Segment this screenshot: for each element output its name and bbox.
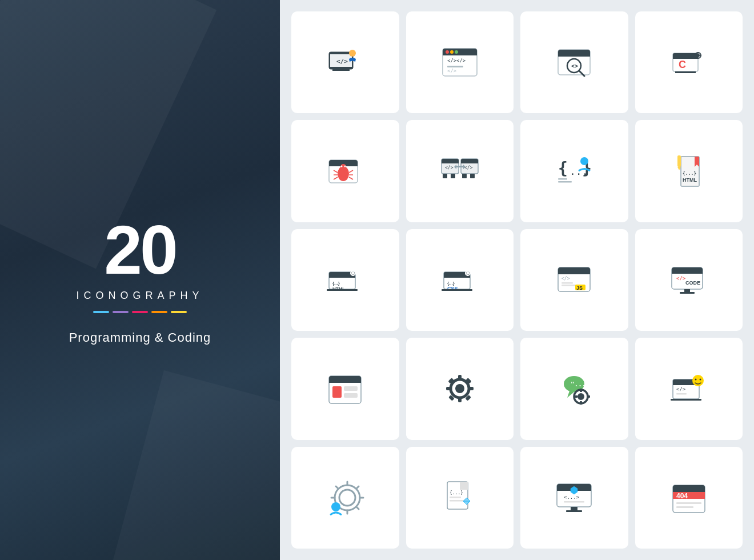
svg-point-39 bbox=[344, 165, 346, 167]
left-content: 20 ICONOGRAPHY Programming & Coding bbox=[69, 215, 211, 345]
icon-card-code-monitor: </> CODE bbox=[635, 229, 743, 331]
code-monitor-icon: </> CODE bbox=[666, 257, 712, 303]
svg-point-145 bbox=[699, 379, 701, 381]
icon-card-html-settings: {...} HTML bbox=[291, 229, 399, 331]
color-dot-orange bbox=[151, 311, 167, 313]
svg-text:{...}: {...} bbox=[332, 281, 340, 286]
svg-rect-115 bbox=[332, 386, 342, 398]
svg-text:<>: <> bbox=[571, 63, 578, 69]
settings-gear-icon bbox=[437, 366, 483, 411]
icon-grid: </> </> </> </> bbox=[280, 0, 754, 560]
svg-marker-70 bbox=[677, 167, 681, 170]
coding-user-icon: </> bbox=[322, 39, 368, 85]
icon-card-bug-window bbox=[291, 120, 399, 222]
icon-card-settings-gear bbox=[406, 338, 514, 439]
svg-point-38 bbox=[341, 165, 343, 167]
svg-point-10 bbox=[455, 50, 458, 54]
svg-rect-172 bbox=[566, 510, 582, 512]
svg-rect-136 bbox=[587, 395, 590, 398]
svg-line-152 bbox=[336, 486, 338, 489]
code-display-icon: <...> bbox=[551, 475, 597, 521]
settings-chat-icon: "..." bbox=[551, 366, 597, 411]
svg-text:C: C bbox=[679, 59, 686, 70]
svg-rect-121 bbox=[458, 397, 462, 402]
svg-rect-17 bbox=[558, 54, 590, 57]
svg-rect-117 bbox=[344, 393, 358, 398]
svg-rect-141 bbox=[676, 393, 687, 395]
svg-line-154 bbox=[356, 486, 359, 489]
svg-text:</>: </> bbox=[676, 275, 686, 281]
svg-rect-96 bbox=[469, 273, 471, 274]
left-panel: 20 ICONOGRAPHY Programming & Coding bbox=[0, 0, 280, 560]
code-user-icon: { } ... bbox=[551, 149, 597, 194]
svg-text:</>: </> bbox=[447, 68, 457, 74]
svg-rect-120 bbox=[458, 375, 462, 380]
svg-text:</>: </> bbox=[445, 165, 454, 170]
icon-card-code-user: { } ... bbox=[520, 120, 628, 222]
svg-point-36 bbox=[339, 169, 347, 177]
developer-settings-icon bbox=[322, 475, 368, 521]
svg-rect-142 bbox=[671, 399, 701, 401]
svg-rect-111 bbox=[680, 292, 695, 294]
svg-rect-84 bbox=[355, 273, 356, 274]
svg-rect-69 bbox=[677, 155, 681, 167]
svg-rect-48 bbox=[442, 162, 459, 163]
icon-card-settings-chat: "..." bbox=[520, 338, 628, 439]
svg-rect-29 bbox=[697, 57, 699, 59]
icon-card-code-search: <> bbox=[520, 11, 628, 113]
svg-rect-3 bbox=[332, 69, 350, 71]
html-settings-icon: {...} HTML bbox=[322, 257, 368, 303]
svg-rect-170 bbox=[564, 501, 584, 503]
js-window-icon: </> JS bbox=[551, 257, 597, 303]
svg-point-143 bbox=[692, 375, 704, 386]
svg-rect-114 bbox=[329, 381, 361, 383]
svg-rect-56 bbox=[462, 174, 467, 178]
html-code-icon: {...} HTML bbox=[666, 149, 712, 194]
svg-rect-51 bbox=[451, 174, 455, 178]
icon-card-code-editor: </> </> </> bbox=[406, 11, 514, 113]
icon-card-code-emoji: </> bbox=[635, 338, 743, 439]
svg-rect-25 bbox=[675, 71, 696, 73]
svg-text:"...": "..." bbox=[571, 381, 589, 388]
svg-point-156 bbox=[331, 502, 340, 511]
svg-rect-135 bbox=[574, 395, 577, 398]
icon-card-404-error: 404 bbox=[635, 447, 743, 549]
svg-text:{...}: {...} bbox=[450, 490, 463, 495]
svg-rect-134 bbox=[580, 401, 582, 405]
svg-rect-180 bbox=[676, 506, 693, 508]
iconography-label: ICONOGRAPHY bbox=[69, 290, 211, 302]
svg-point-147 bbox=[339, 490, 355, 506]
svg-marker-129 bbox=[567, 391, 574, 398]
icon-card-c-language: C bbox=[635, 11, 743, 113]
svg-text:JS: JS bbox=[576, 285, 583, 291]
svg-point-8 bbox=[446, 50, 449, 54]
svg-point-27 bbox=[696, 54, 700, 57]
svg-text:HTML: HTML bbox=[683, 177, 697, 183]
svg-point-132 bbox=[577, 393, 584, 400]
icon-card-js-window: </> JS bbox=[520, 229, 628, 331]
svg-rect-30 bbox=[695, 55, 696, 56]
bug-window-icon bbox=[322, 149, 368, 194]
svg-point-80 bbox=[352, 271, 355, 274]
svg-text:{: { bbox=[558, 159, 568, 178]
svg-text:</>: </> bbox=[464, 165, 473, 170]
code-search-icon: <> bbox=[551, 39, 597, 85]
icon-card-code-file: {...} bbox=[406, 447, 514, 549]
icon-card-ui-layout bbox=[291, 338, 399, 439]
svg-point-4 bbox=[349, 50, 356, 57]
svg-text:</>: </> bbox=[447, 58, 457, 63]
svg-rect-123 bbox=[468, 387, 474, 390]
icon-card-code-compare: </> </> bbox=[406, 120, 514, 222]
code-file-icon: {...} bbox=[437, 475, 483, 521]
svg-rect-75 bbox=[329, 276, 355, 278]
color-dot-purple bbox=[113, 311, 129, 313]
svg-text:</>: </> bbox=[562, 276, 570, 281]
color-dot-yellow bbox=[171, 311, 187, 313]
svg-rect-78 bbox=[327, 289, 358, 291]
svg-text:<...>: <...> bbox=[564, 494, 580, 500]
icon-card-coding-user: </> bbox=[291, 11, 399, 113]
404-error-icon: 404 bbox=[666, 475, 712, 521]
svg-text:{...}: {...} bbox=[683, 171, 696, 176]
svg-point-64 bbox=[580, 157, 588, 165]
svg-rect-122 bbox=[446, 387, 451, 390]
